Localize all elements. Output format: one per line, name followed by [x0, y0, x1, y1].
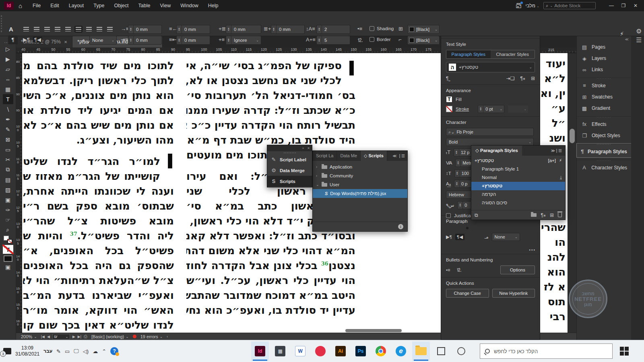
bulleted-list-icon[interactable]: •≡: [446, 267, 450, 272]
dock-panel-button[interactable]: ▤ Pages: [577, 41, 631, 53]
tool-button[interactable]: ☞: [3, 215, 13, 225]
style-list-item[interactable]: +טקסטרץ: [471, 182, 565, 190]
ltr-direction-button[interactable]: ¶◀: [455, 234, 464, 240]
panel-controls[interactable]: ≫ | ☰: [551, 148, 565, 153]
redefine-style-icon[interactable]: ¶⁎: [541, 212, 545, 218]
language-select[interactable]: Hebrew: [446, 191, 474, 199]
align-button[interactable]: [74, 26, 83, 33]
bulleted-list-icon[interactable]: •≡: [357, 26, 362, 32]
taskbar-app-indesign[interactable]: Id: [251, 341, 269, 361]
taskbar-app-illustrator[interactable]: Ai: [332, 341, 349, 361]
menu-item[interactable]: Window: [175, 0, 203, 11]
align-button[interactable]: [64, 26, 72, 33]
new-style-icon[interactable]: ⊞: [550, 212, 554, 218]
vertical-scrollbar-thumb[interactable]: [570, 129, 575, 143]
style-list-item[interactable]: סיכום הסוגיה: [471, 199, 565, 207]
more-options-icon[interactable]: •••: [529, 248, 536, 252]
indent-right-field[interactable]: ▲▼0 mm: [176, 25, 210, 34]
tab-close-icon[interactable]: ✕: [64, 40, 67, 44]
workspace-switcher[interactable]: מלבי ⌄: [525, 3, 539, 8]
panel-grip[interactable]: [284, 152, 296, 153]
fill-swatch-icon[interactable]: T: [446, 96, 452, 103]
border-checkbox[interactable]: [369, 37, 374, 42]
tool-button[interactable]: T: [3, 94, 13, 104]
screen-mode-button[interactable]: ▣: [3, 262, 13, 272]
dock-panel-button[interactable]: ▩ Gradient: [577, 103, 631, 114]
dropcap-lines-field[interactable]: ▲▼2: [316, 25, 350, 34]
menu-item[interactable]: Edit: [45, 0, 64, 11]
tool-button[interactable]: ✎: [3, 124, 13, 134]
style-list-item[interactable]: Normal⤓: [471, 173, 565, 182]
formatting-affects-text-icon[interactable]: T: [3, 245, 13, 254]
first-page-button[interactable]: |◀: [41, 335, 45, 339]
tree-chevron-icon[interactable]: ›: [316, 174, 319, 178]
menu-item[interactable]: Object: [109, 0, 133, 11]
next-page-button[interactable]: ▶: [72, 335, 75, 339]
indent-left-field[interactable]: ▲▼0 mm: [128, 25, 162, 34]
fill-stroke-swatches[interactable]: [4, 236, 12, 244]
menu-item[interactable]: Table: [134, 0, 155, 11]
apply-color-button[interactable]: [4, 255, 12, 262]
menu-item[interactable]: View: [155, 0, 175, 11]
border-color-select[interactable]: [Black]⌄: [407, 36, 440, 45]
bullets-options-button[interactable]: Options: [500, 265, 535, 274]
last-line-indent-field[interactable]: ▲▼0 mm: [271, 25, 305, 34]
taskbar-app-browser-red[interactable]: [312, 341, 329, 361]
tool-button[interactable]: ∖: [3, 104, 13, 114]
rtl-direction-button[interactable]: ▶¶: [446, 234, 452, 240]
align-button[interactable]: [33, 26, 41, 33]
panel-tab-item[interactable]: ✎ Script Label: [267, 154, 312, 165]
paragraph-styles-tab[interactable]: ◇ Paragraph Styles: [471, 146, 522, 156]
touch-workspace-icon[interactable]: ⚡: [620, 31, 624, 37]
tool-button[interactable]: ⊠: [3, 134, 13, 144]
paragraph-mark-icon[interactable]: ¶˷: [446, 76, 450, 81]
tool-button[interactable]: ▱: [3, 64, 13, 74]
tool-button[interactable]: ▨: [3, 185, 13, 195]
stroke-label[interactable]: Stroke: [456, 107, 469, 111]
minimize-button[interactable]: —: [605, 0, 617, 11]
preflight-profile-select[interactable]: [Basic] (working)⌄: [90, 334, 130, 339]
space-between-select[interactable]: ▲▼Ignore⌄: [226, 36, 261, 45]
tree-chevron-icon[interactable]: ›: [316, 165, 319, 169]
tool-button[interactable]: ▤: [3, 175, 13, 185]
paragraph-controls-icon[interactable]: ¶: [8, 35, 18, 44]
hyphenation-select[interactable]: None⌄: [89, 36, 117, 45]
style-list-item[interactable]: הקדמה: [471, 190, 565, 199]
gear-icon[interactable]: ⚙: [636, 27, 642, 35]
stroke-type-select[interactable]: ⌄: [508, 105, 528, 113]
shading-swatch-grid-icon[interactable]: ⊞: [398, 26, 403, 32]
align-button[interactable]: [474, 227, 477, 229]
scripts-panel-tab[interactable]: Data Me: [337, 151, 361, 161]
battery-tray-icon[interactable]: ▭: [65, 348, 70, 354]
tool-button[interactable]: ⌕: [3, 225, 13, 235]
status-expand-icon[interactable]: ‹: [167, 335, 168, 339]
hamburger-menu-icon[interactable]: ☰: [636, 36, 642, 44]
align-button[interactable]: [54, 26, 62, 33]
shading-checkbox[interactable]: [369, 26, 374, 31]
tool-button[interactable]: ✂: [3, 154, 13, 165]
change-case-button[interactable]: Change Case: [446, 289, 489, 298]
text-column-left[interactable]: ו לתוכו מים שיד סולדת בהם מלתוך כלי ראשו…: [23, 56, 174, 331]
create-group-icon[interactable]: ⧉: [475, 212, 478, 218]
page-number-select[interactable]: עו⌄: [52, 334, 70, 339]
last-page-button[interactable]: ▶|: [78, 335, 81, 339]
display-tray-icon[interactable]: 🖵: [74, 348, 79, 354]
share-icon[interactable]: 🖆: [516, 2, 521, 9]
taskbar-app-chrome[interactable]: [372, 341, 390, 361]
scripts-tree-folder[interactable]: ⌄ User: [313, 180, 407, 189]
dock-panel-button[interactable]: ≡ Stroke: [577, 78, 631, 91]
previous-page-button[interactable]: ◀: [47, 335, 50, 339]
taskbar-search-input[interactable]: הקלד כאן כדי לחפש: [480, 343, 613, 359]
align-button[interactable]: [478, 227, 481, 229]
delete-style-icon[interactable]: [558, 213, 562, 217]
zoom-level-select[interactable]: 200%⌄: [19, 334, 39, 339]
tool-button[interactable]: ▣: [3, 195, 13, 205]
scripts-panel-tab[interactable]: Script La: [313, 151, 337, 161]
pen-tray-icon[interactable]: ✎: [56, 348, 61, 354]
panel-tab-item[interactable]: S Scripts: [267, 176, 312, 187]
hidden-icons-chevron[interactable]: ⌃: [102, 348, 106, 354]
stroke-swatch-icon[interactable]: [446, 106, 452, 112]
align-button[interactable]: [22, 26, 30, 33]
tool-button[interactable]: ⧉: [3, 165, 13, 175]
scripts-tree-file-selected[interactable]: S Drop Words(מילת פתיח).jsx: [313, 189, 407, 198]
